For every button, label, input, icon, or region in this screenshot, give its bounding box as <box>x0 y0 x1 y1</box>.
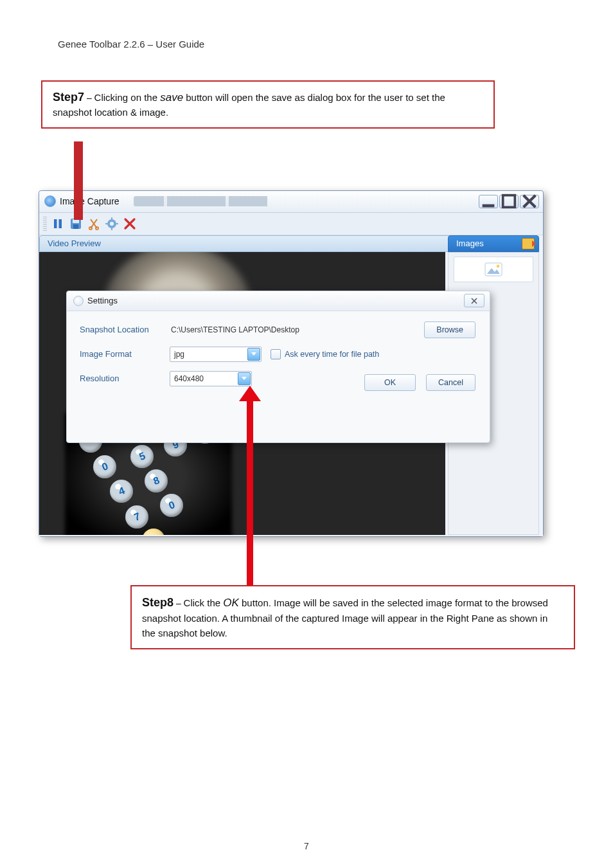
cancel-button[interactable]: Cancel <box>426 374 475 391</box>
step7-callout: Step7 – Clicking on the save button will… <box>41 80 495 129</box>
app-icon <box>44 195 56 207</box>
settings-button[interactable] <box>103 215 120 232</box>
step8-callout: Step8 – Click the OK button. Image will … <box>130 585 575 649</box>
chevron-down-icon[interactable] <box>238 372 251 385</box>
keypad-blurred: * 2 6 0 5 9 # 4 8 7 0 ✎ <box>67 429 228 535</box>
svg-point-10 <box>110 222 114 226</box>
ask-filepath-checkbox[interactable] <box>271 349 281 359</box>
step7-text-pre: Clicking on the <box>94 92 161 103</box>
settings-close-button[interactable] <box>464 294 484 307</box>
video-preview-tab[interactable]: Video Preview <box>39 235 454 252</box>
window-titlebar: Image Capture <box>39 191 543 213</box>
window-close-button[interactable] <box>520 195 539 208</box>
ask-filepath-label: Ask every time for file path <box>285 350 379 359</box>
image-format-value: jpg <box>174 350 184 359</box>
images-tab[interactable]: Images <box>448 235 539 252</box>
svg-rect-1 <box>503 195 515 208</box>
page-header: Genee Toolbar 2.2.6 – User Guide <box>58 39 555 50</box>
pause-button[interactable] <box>49 215 66 232</box>
step7-arrow-connector <box>74 141 83 220</box>
window-title: Image Capture <box>60 196 120 206</box>
svg-point-17 <box>497 264 500 267</box>
svg-rect-0 <box>483 204 495 208</box>
page-number: 7 <box>0 841 613 851</box>
chevron-down-icon[interactable] <box>247 348 260 361</box>
toolbar-grip <box>43 217 47 231</box>
step8-italic: OK <box>223 597 239 609</box>
settings-dialog: Settings Snapshot Location Browse <box>66 291 490 443</box>
screenshot-figure: Image Capture <box>39 190 544 537</box>
browse-button[interactable]: Browse <box>424 321 475 338</box>
ok-button[interactable]: OK <box>364 374 416 391</box>
titlebar-blur <box>134 196 301 206</box>
ok-arrow-shaft <box>247 395 253 594</box>
snapshot-location-label: Snapshot Location <box>80 325 170 334</box>
expand-images-icon[interactable] <box>522 238 535 249</box>
snapshot-location-field[interactable] <box>170 323 339 336</box>
svg-rect-3 <box>59 219 62 228</box>
resolution-select[interactable]: 640x480 <box>170 371 252 386</box>
image-format-label: Image Format <box>80 349 170 359</box>
image-capture-toolbar <box>39 213 543 235</box>
images-tab-label: Images <box>456 239 484 248</box>
settings-title: Settings <box>87 296 118 305</box>
step7-label: Step7 <box>53 91 84 104</box>
window-body: Video Preview Images * 2 6 0 5 9 <box>39 235 543 536</box>
svg-rect-2 <box>54 219 57 228</box>
maximize-button[interactable] <box>499 195 519 208</box>
cut-button[interactable] <box>85 215 102 232</box>
resolution-label: Resolution <box>80 374 170 383</box>
image-capture-window: Image Capture <box>39 190 544 537</box>
settings-titlebar: Settings <box>67 291 490 311</box>
step8-label: Step8 <box>142 596 173 609</box>
resolution-value: 640x480 <box>174 374 204 383</box>
settings-icon <box>73 296 84 306</box>
svg-rect-6 <box>73 224 78 229</box>
step8-text-pre: Click the <box>184 597 224 608</box>
minimize-button[interactable] <box>479 195 498 208</box>
step7-italic: save <box>160 91 183 104</box>
image-format-select[interactable]: jpg <box>170 347 262 362</box>
step7-dash: – <box>84 93 92 103</box>
step8-dash: – <box>173 598 181 608</box>
image-thumbnail-placeholder[interactable] <box>454 257 533 282</box>
close-red-button[interactable] <box>121 215 138 232</box>
